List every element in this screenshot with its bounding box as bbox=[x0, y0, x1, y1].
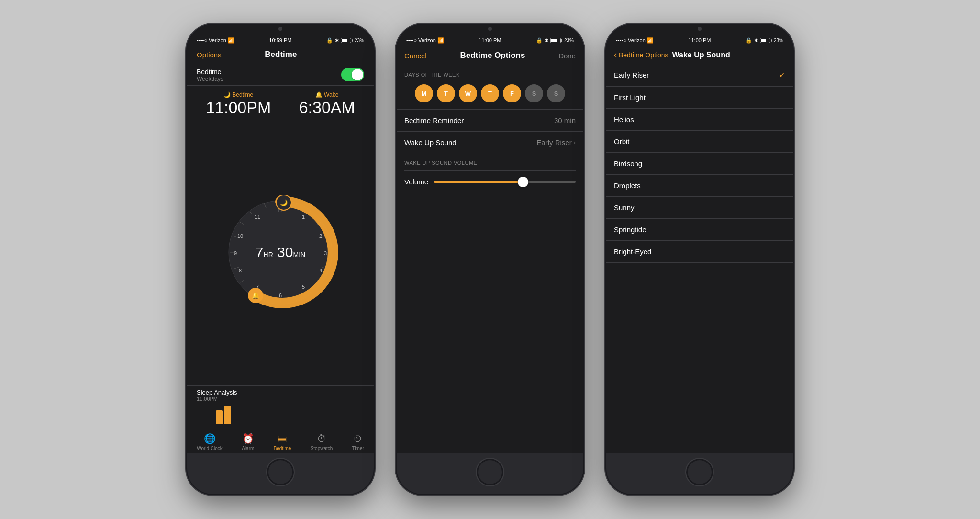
day-friday[interactable]: F bbox=[503, 84, 521, 102]
world-clock-icon: 🌐 bbox=[204, 433, 216, 444]
volume-slider[interactable] bbox=[434, 181, 576, 183]
svg-text:8: 8 bbox=[239, 268, 242, 273]
sound-item-droplets[interactable]: Droplets bbox=[606, 175, 793, 197]
tab-alarm[interactable]: ⏰ Alarm bbox=[242, 433, 254, 451]
duration-text: 7HR 30MIN bbox=[256, 244, 305, 260]
bluetooth-icon-3: ✱ bbox=[754, 38, 758, 43]
done-button[interactable]: Done bbox=[558, 52, 576, 60]
sleep-duration: 7HR 30MIN bbox=[256, 244, 305, 260]
lock-icon-3: 🔒 bbox=[746, 37, 752, 44]
lock-icon-2: 🔒 bbox=[536, 37, 543, 44]
sound-item-springtide[interactable]: Springtide bbox=[606, 219, 793, 241]
options-button[interactable]: Options bbox=[197, 51, 222, 59]
svg-text:4: 4 bbox=[319, 268, 322, 273]
tab-world-clock[interactable]: 🌐 World Clock bbox=[197, 433, 223, 451]
battery-pct-1: 23% bbox=[355, 38, 364, 43]
moon-icon: 🌙 bbox=[223, 91, 231, 98]
bluetooth-icon-2: ✱ bbox=[545, 38, 548, 43]
day-thursday[interactable]: T bbox=[481, 84, 499, 102]
day-saturday[interactable]: S bbox=[525, 84, 543, 102]
svg-text:1: 1 bbox=[302, 214, 305, 220]
bedtime-toggle[interactable] bbox=[341, 68, 364, 81]
svg-text:🌙: 🌙 bbox=[280, 199, 288, 207]
day-monday[interactable]: M bbox=[415, 84, 433, 102]
sound-label-sunny: Sunny bbox=[614, 203, 635, 212]
svg-text:🔔: 🔔 bbox=[252, 292, 260, 300]
sound-item-bright-eyed[interactable]: Bright-Eyed bbox=[606, 241, 793, 263]
day-sunday[interactable]: S bbox=[547, 84, 565, 102]
camera-dot-2 bbox=[488, 27, 492, 31]
p1-times: 🌙 Bedtime 11:00PM 🔔 Wake 6:30AM bbox=[187, 86, 374, 119]
sound-item-orbit[interactable]: Orbit bbox=[606, 131, 793, 153]
home-button-1[interactable] bbox=[266, 458, 295, 486]
sound-item-early-riser[interactable]: Early Riser ✓ bbox=[606, 64, 793, 87]
day-tuesday[interactable]: T bbox=[437, 84, 455, 102]
wifi-icon-1: 📶 bbox=[228, 37, 234, 44]
camera-bar-3 bbox=[606, 25, 793, 33]
time-3: 11:00 PM bbox=[688, 37, 711, 43]
p3-nav: ‹ Bedtime Options Wake Up Sound bbox=[606, 46, 793, 64]
phone-3: ••••○ Verizon 📶 11:00 PM 🔒 ✱ 23% ‹ bbox=[606, 25, 793, 494]
bedtime-row-sub: Weekdays bbox=[197, 76, 223, 82]
sound-item-birdsong[interactable]: Birdsong bbox=[606, 153, 793, 175]
wake-sound-row[interactable]: Wake Up Sound Early Riser › bbox=[397, 131, 583, 153]
home-button-3[interactable] bbox=[685, 458, 714, 486]
day-wednesday[interactable]: W bbox=[459, 84, 477, 102]
volume-section: WAKE UP SOUND VOLUME Volume bbox=[397, 153, 583, 197]
tab-timer-label: Timer bbox=[352, 446, 364, 451]
lock-icon-1: 🔒 bbox=[326, 37, 333, 44]
svg-text:3: 3 bbox=[324, 250, 327, 256]
tab-bar: 🌐 World Clock ⏰ Alarm 🛏 Bedtime ⏱ Stopwa… bbox=[187, 429, 374, 453]
phone-2: ••••○ Verizon 📶 11:00 PM 🔒 ✱ 23% Cancel bbox=[397, 25, 583, 494]
volume-section-label: WAKE UP SOUND VOLUME bbox=[404, 153, 576, 170]
bedtime-time-value[interactable]: 11:00PM bbox=[206, 98, 271, 117]
screen-1: Options Bedtime Bedtime Weekdays 🌙 Bedti… bbox=[187, 46, 374, 453]
wake-time-label: 🔔 Wake bbox=[299, 91, 355, 98]
wake-time-value[interactable]: 6:30AM bbox=[299, 98, 355, 117]
wake-sound-value: Early Riser › bbox=[536, 138, 576, 147]
wifi-icon-3: 📶 bbox=[647, 37, 654, 44]
status-right-2: 🔒 ✱ 23% bbox=[536, 37, 574, 44]
sound-label-bright-eyed: Bright-Eyed bbox=[614, 248, 651, 256]
battery-icon-1 bbox=[341, 38, 353, 43]
sound-label-helios: Helios bbox=[614, 115, 634, 124]
tab-bedtime[interactable]: 🛏 Bedtime bbox=[274, 433, 291, 451]
bedtime-toggle-row: Bedtime Weekdays bbox=[187, 63, 374, 86]
bedtime-label-group: Bedtime Weekdays bbox=[197, 68, 223, 82]
status-bar-2: ••••○ Verizon 📶 11:00 PM 🔒 ✱ 23% bbox=[397, 33, 583, 46]
home-button-2[interactable] bbox=[476, 458, 504, 486]
tab-stopwatch[interactable]: ⏱ Stopwatch bbox=[311, 433, 333, 451]
p2-options-title: Bedtime Options bbox=[460, 51, 525, 60]
timer-icon: ⏲ bbox=[353, 433, 363, 444]
bell-icon: 🔔 bbox=[315, 91, 323, 98]
status-bar-3: ••••○ Verizon 📶 11:00 PM 🔒 ✱ 23% bbox=[606, 33, 793, 46]
bedtime-row-label: Bedtime bbox=[197, 68, 223, 76]
screen-3: ‹ Bedtime Options Wake Up Sound Early Ri… bbox=[606, 46, 793, 453]
cancel-button[interactable]: Cancel bbox=[404, 52, 427, 60]
sound-label-early-riser: Early Riser bbox=[614, 71, 649, 79]
volume-row: Volume bbox=[404, 170, 576, 192]
days-row: M T W T F S S bbox=[397, 80, 583, 109]
camera-dot-3 bbox=[698, 27, 702, 31]
svg-text:9: 9 bbox=[234, 250, 237, 256]
time-1: 10:59 PM bbox=[269, 37, 291, 43]
battery-icon-2 bbox=[550, 38, 562, 43]
status-left-1: ••••○ Verizon 📶 bbox=[197, 37, 234, 44]
wake-sound-label: Wake Up Sound bbox=[404, 138, 457, 147]
bedtime-time-label: 🌙 Bedtime bbox=[206, 91, 271, 98]
svg-text:2: 2 bbox=[319, 233, 322, 239]
status-right-1: 🔒 ✱ 23% bbox=[326, 37, 364, 44]
tab-stopwatch-label: Stopwatch bbox=[311, 446, 333, 451]
sound-item-first-light[interactable]: First Light bbox=[606, 87, 793, 109]
sound-item-sunny[interactable]: Sunny bbox=[606, 197, 793, 219]
bedtime-icon: 🛏 bbox=[278, 433, 287, 444]
back-breadcrumb[interactable]: Bedtime Options bbox=[619, 51, 668, 59]
screen-2: Cancel Bedtime Options Done DAYS OF THE … bbox=[397, 46, 583, 453]
reminder-label: Bedtime Reminder bbox=[404, 116, 464, 124]
sleep-chart-line bbox=[197, 406, 364, 406]
svg-text:6: 6 bbox=[279, 293, 282, 298]
tab-timer[interactable]: ⏲ Timer bbox=[352, 433, 364, 451]
sound-item-helios[interactable]: Helios bbox=[606, 109, 793, 131]
chevron-icon: › bbox=[574, 139, 576, 146]
slider-thumb[interactable] bbox=[518, 177, 528, 187]
